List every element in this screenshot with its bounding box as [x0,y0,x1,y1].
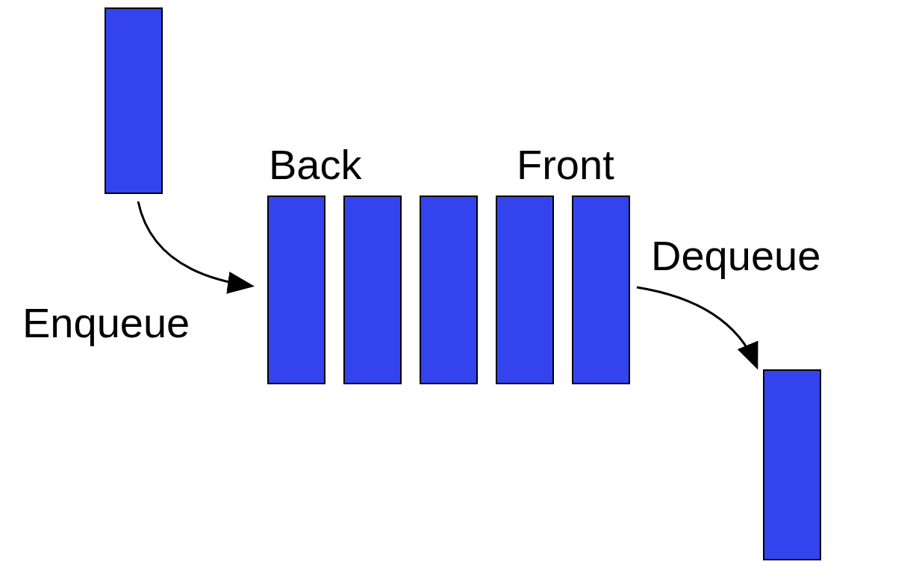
queue-block-5 [572,196,630,384]
back-label: Back [269,140,362,189]
outgoing-block [763,369,821,560]
queue-diagram: Back Front Enqueue Dequeue [0,0,919,588]
incoming-block [105,7,163,194]
front-label: Front [517,140,614,189]
queue-block-2 [343,196,402,384]
queue-block-1 [267,196,325,384]
queue-block-4 [496,196,554,384]
dequeue-label: Dequeue [651,231,820,280]
enqueue-arrow-icon [131,198,265,302]
enqueue-label: Enqueue [22,298,190,347]
queue-block-3 [420,196,478,384]
dequeue-arrow-icon [633,280,782,384]
